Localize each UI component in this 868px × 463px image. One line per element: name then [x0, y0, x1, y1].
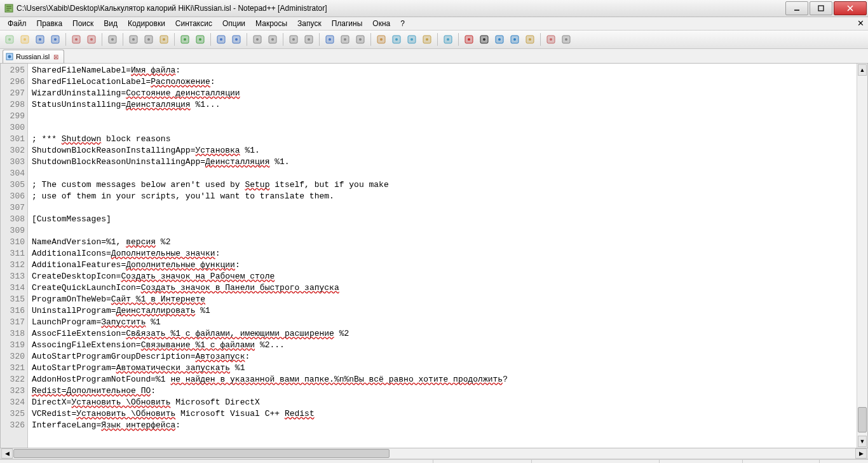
undo-icon[interactable] [178, 32, 192, 46]
svg-point-38 [308, 38, 310, 41]
play-multi-icon[interactable] [508, 32, 522, 46]
cut-icon[interactable] [126, 32, 140, 46]
menu-макросы[interactable]: Макросы [250, 18, 292, 29]
toolbar-separator [102, 33, 102, 46]
menu-кодировки[interactable]: Кодировки [123, 18, 170, 29]
record-macro-icon[interactable] [462, 32, 476, 46]
tab-close-icon[interactable]: ⊠ [52, 53, 60, 60]
code-area[interactable]: SharedFileNameLabel=Имя файла: SharedFil… [28, 64, 857, 448]
toolbar-separator [210, 33, 211, 46]
monitor-icon[interactable] [441, 32, 455, 46]
status-insert-mode: INS [819, 460, 864, 463]
scroll-left-icon[interactable]: ◀ [1, 448, 13, 459]
svg-point-40 [329, 38, 331, 41]
svg-point-68 [565, 38, 567, 41]
redo-icon[interactable] [193, 32, 207, 46]
close-icon[interactable] [69, 32, 83, 46]
toolbar-separator [319, 33, 320, 46]
word-wrap-icon[interactable] [323, 32, 337, 46]
spellcheck-next-icon[interactable] [559, 32, 573, 46]
toolbar-separator [540, 33, 541, 46]
menu-опции[interactable]: Опции [217, 18, 250, 29]
play-macro-icon[interactable] [492, 32, 506, 46]
window-controls [784, 1, 867, 15]
doc-map-icon[interactable] [390, 32, 403, 46]
menu-bar: ФайлПравкаПоискВидКодировкиСинтаксисОпци… [0, 17, 868, 31]
menu-поиск[interactable]: Поиск [67, 18, 98, 29]
hscroll-track[interactable] [13, 449, 855, 458]
svg-point-48 [395, 38, 398, 41]
menu-правка[interactable]: Правка [32, 18, 68, 29]
svg-point-8 [39, 38, 41, 41]
save-icon[interactable] [33, 32, 47, 46]
copy-icon[interactable] [142, 32, 156, 46]
paste-icon[interactable] [157, 32, 171, 46]
stop-macro-icon[interactable] [477, 32, 491, 46]
menu-запуск[interactable]: Запуск [292, 18, 327, 29]
svg-point-6 [24, 38, 26, 41]
scroll-thumb[interactable] [858, 407, 867, 432]
window-title: C:\Users\Xabib\Desktop\Калькулятор калор… [17, 4, 784, 13]
toolbar-separator [65, 33, 66, 46]
svg-point-52 [426, 38, 428, 41]
svg-point-24 [184, 38, 186, 41]
save-macro-icon[interactable] [523, 32, 537, 46]
zoom-out-icon[interactable] [266, 32, 280, 46]
menu-синтаксис[interactable]: Синтаксис [170, 18, 217, 29]
close-button[interactable] [834, 1, 867, 15]
close-all-icon[interactable] [85, 32, 98, 46]
menu-вид[interactable]: Вид [98, 18, 123, 29]
lang-icon[interactable] [374, 32, 388, 46]
folder-tree-icon[interactable] [420, 32, 434, 46]
show-all-chars-icon[interactable] [338, 32, 352, 46]
indent-guide-icon[interactable] [353, 32, 367, 46]
zoom-in-icon[interactable] [250, 32, 264, 46]
menu-файл[interactable]: Файл [3, 18, 32, 29]
sync-v-icon[interactable] [287, 32, 301, 46]
tab-bar: Russian.isl ⊠ [0, 49, 868, 64]
scroll-down-icon[interactable]: ▼ [858, 436, 867, 447]
replace-icon[interactable] [229, 32, 243, 46]
svg-point-70 [8, 55, 11, 59]
menu-close-icon[interactable]: ✕ [857, 18, 864, 28]
svg-point-4 [8, 38, 11, 41]
scroll-right-icon[interactable]: ▶ [855, 448, 867, 459]
hscroll-thumb[interactable] [13, 449, 390, 458]
tab-label: Russian.isl [16, 53, 50, 60]
scroll-track[interactable] [857, 76, 867, 435]
svg-point-44 [359, 38, 362, 41]
svg-point-60 [498, 38, 501, 41]
svg-point-32 [256, 38, 259, 41]
status-encoding: ANSI [742, 460, 819, 463]
toolbar-separator [370, 33, 371, 46]
horizontal-scrollbar[interactable]: ◀ ▶ [0, 448, 868, 459]
open-file-icon[interactable] [18, 32, 32, 46]
tab-russian-isl[interactable]: Russian.isl ⊠ [3, 50, 64, 63]
svg-point-50 [410, 38, 413, 41]
toolbar-separator [174, 33, 175, 46]
status-length: length : 18760 lines : 326 [433, 460, 531, 463]
menu-окна[interactable]: Окна [367, 18, 395, 29]
func-list-icon[interactable] [405, 32, 419, 46]
editor[interactable]: 295 296 297 298 299 300 301 302 303 304 … [0, 64, 868, 448]
save-all-icon[interactable] [48, 32, 62, 46]
toolbar-separator [283, 33, 283, 46]
vertical-scrollbar[interactable]: ▲ ▼ [857, 64, 867, 448]
print-icon[interactable] [105, 32, 119, 46]
menu-плагины[interactable]: Плагины [327, 18, 368, 29]
app-icon [4, 3, 14, 13]
scroll-up-icon[interactable]: ▲ [858, 64, 867, 76]
status-eol: Dos\Windows [659, 460, 742, 463]
new-file-icon[interactable] [3, 32, 17, 46]
title-bar: C:\Users\Xabib\Desktop\Калькулятор калор… [0, 0, 868, 17]
find-icon[interactable] [214, 32, 228, 46]
toolbar-separator [247, 33, 247, 46]
sync-h-icon[interactable] [302, 32, 316, 46]
svg-point-64 [529, 38, 531, 41]
svg-point-42 [344, 38, 346, 41]
menu-?[interactable]: ? [395, 18, 410, 29]
minimize-button[interactable] [785, 1, 808, 15]
toolbar-separator [458, 33, 459, 46]
maximize-button[interactable] [810, 1, 832, 15]
spellcheck-abc-icon[interactable] [544, 32, 558, 46]
